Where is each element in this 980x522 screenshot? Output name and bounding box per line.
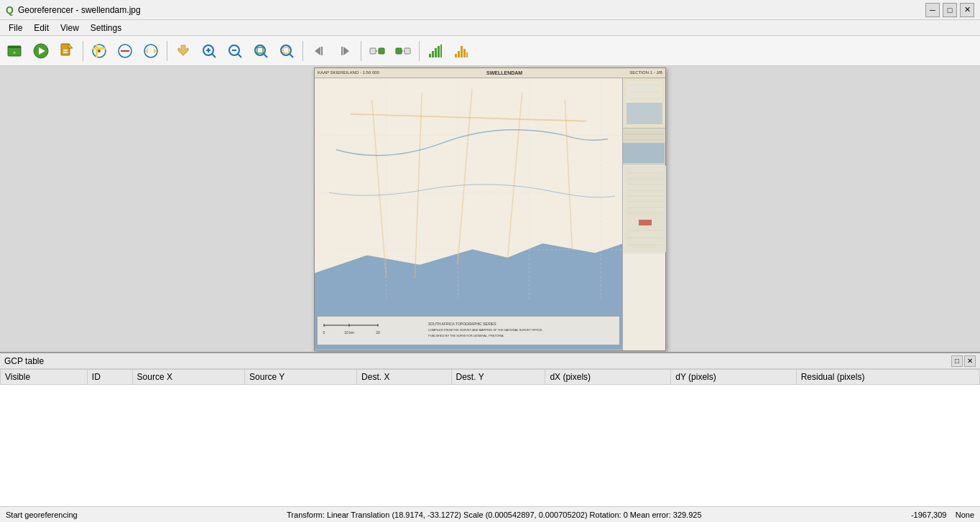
svg-marker-33	[343, 47, 349, 55]
svg-point-25	[255, 45, 265, 55]
svg-rect-50	[466, 52, 468, 57]
svg-marker-31	[315, 47, 320, 55]
map-info-top	[623, 78, 665, 129]
col-dx: dX (pixels)	[545, 370, 671, 385]
col-source-y: Source Y	[245, 370, 357, 385]
gcp-table: Visible ID Source X Source Y Dest. X Des…	[0, 369, 980, 385]
generate-report-button[interactable]	[55, 39, 79, 63]
map-legend: 10 km 0 20 SOUTH AFRICA TOPOGRAPHIC SERI…	[318, 316, 619, 345]
link-geo-button[interactable]	[365, 39, 389, 63]
separator-3	[302, 41, 303, 61]
svg-rect-30	[283, 47, 289, 53]
gcp-table-header: Visible ID Source X Source Y Dest. X Des…	[1, 370, 980, 385]
svg-line-26	[264, 54, 267, 57]
svg-rect-48	[461, 46, 463, 57]
gcp-table-header-row: Visible ID Source X Source Y Dest. X Des…	[1, 370, 980, 385]
svg-line-23	[238, 54, 241, 57]
map-info-mid	[623, 129, 665, 164]
title-bar: Q Georeferencer - swellendam.jpg ─ □ ✕	[0, 0, 980, 20]
app-icon: Q	[6, 4, 14, 16]
close-button[interactable]: ✕	[960, 3, 974, 17]
svg-text:+: +	[13, 50, 16, 55]
map-info-panel	[622, 78, 665, 350]
separator-5	[419, 41, 420, 61]
svg-rect-38	[396, 48, 402, 54]
status-left: Start georeferencing	[6, 511, 78, 519]
svg-text:0: 0	[323, 330, 325, 335]
col-dest-x: Dest. X	[357, 370, 451, 385]
svg-rect-1	[8, 46, 21, 48]
menu-bar: File Edit View Settings	[0, 20, 980, 36]
svg-rect-45	[440, 45, 442, 57]
svg-rect-46	[455, 54, 457, 57]
svg-text:PUBLISHED BY THE SURVEYOR-GENE: PUBLISHED BY THE SURVEYOR-GENERAL, PRETO…	[428, 334, 504, 337]
svg-rect-52	[627, 103, 662, 124]
zoom-to-selection-button[interactable]	[274, 39, 299, 63]
svg-rect-44	[438, 46, 440, 57]
maximize-button[interactable]: □	[943, 3, 957, 17]
add-point-button[interactable]	[87, 39, 111, 63]
zoom-out-button[interactable]	[223, 39, 247, 63]
map-scale-left: KAAP SKIEREILAND - 1:50 000	[318, 70, 379, 75]
map-title-text: SWELLENDAM	[486, 70, 522, 75]
gcp-panel-title: GCP table	[4, 356, 44, 366]
gcp-panel-close-button[interactable]: ✕	[964, 355, 976, 367]
status-crs: None	[956, 511, 974, 519]
move-gcp-button[interactable]	[139, 39, 163, 63]
link-qgis-button[interactable]	[391, 39, 415, 63]
svg-text:COMPILED FROM THE SURVEY AND M: COMPILED FROM THE SURVEY AND MAPPING OF …	[428, 328, 542, 332]
zoom-to-layer-button[interactable]	[249, 39, 273, 63]
menu-view[interactable]: View	[55, 22, 85, 34]
status-right: -1967,309 None	[911, 511, 974, 519]
status-bar: Start georeferencing Transform: Linear T…	[0, 506, 980, 522]
separator-4	[361, 41, 361, 61]
zoom-in-button[interactable]	[197, 39, 221, 63]
col-source-x: Source X	[132, 370, 245, 385]
svg-point-28	[281, 45, 291, 55]
gcp-panel-header: GCP table □ ✕	[0, 353, 980, 369]
menu-edit[interactable]: Edit	[28, 22, 55, 34]
map-canvas[interactable]: KAAP SKIEREILAND - 1:50 000 SWELLENDAM S…	[0, 66, 980, 352]
svg-rect-39	[405, 48, 410, 54]
svg-text:10 km: 10 km	[344, 330, 354, 335]
zoom-last-button[interactable]	[307, 39, 331, 63]
menu-settings[interactable]: Settings	[85, 22, 127, 34]
gcp-panel-controls: □ ✕	[951, 355, 976, 367]
menu-file[interactable]: File	[3, 22, 28, 34]
map-image: KAAP SKIEREILAND - 1:50 000 SWELLENDAM S…	[314, 67, 666, 351]
pan-button[interactable]	[171, 39, 195, 63]
col-id: ID	[87, 370, 132, 385]
svg-line-29	[290, 54, 293, 57]
gcp-table-wrapper[interactable]: Visible ID Source X Source Y Dest. X Des…	[0, 369, 980, 506]
open-raster-button[interactable]: +	[3, 39, 27, 63]
col-dy: dY (pixels)	[671, 370, 796, 385]
col-visible: Visible	[1, 370, 88, 385]
svg-rect-36	[379, 48, 384, 54]
title-bar-left: Q Georeferencer - swellendam.jpg	[6, 4, 141, 16]
zoom-next-button[interactable]	[333, 39, 357, 63]
separator-1	[83, 41, 83, 61]
minimize-button[interactable]: ─	[925, 3, 940, 17]
svg-line-19	[212, 54, 216, 57]
svg-marker-16	[145, 48, 148, 54]
delete-point-button[interactable]	[113, 39, 137, 63]
map-scale-right: SECTION 1 - J/B	[629, 70, 662, 75]
start-georef-button[interactable]	[29, 39, 53, 63]
svg-marker-17	[154, 48, 157, 54]
svg-rect-47	[458, 51, 460, 57]
svg-rect-11	[93, 47, 106, 50]
col-residual: Residual (pixels)	[796, 370, 979, 385]
svg-rect-10	[96, 45, 98, 57]
svg-rect-43	[435, 48, 437, 57]
status-coordinates: -1967,309	[911, 511, 947, 519]
gcp-panel-restore-button[interactable]: □	[951, 355, 963, 367]
svg-rect-41	[429, 54, 431, 57]
svg-point-12	[98, 50, 101, 52]
full-histogram-button[interactable]	[423, 39, 448, 63]
svg-rect-27	[257, 47, 263, 53]
map-header-bar: KAAP SKIEREILAND - 1:50 000 SWELLENDAM S…	[315, 68, 665, 78]
svg-text:20: 20	[376, 330, 380, 335]
local-histogram-button[interactable]	[449, 39, 473, 63]
svg-rect-69	[639, 220, 652, 225]
window-title: Georeferencer - swellendam.jpg	[18, 5, 141, 15]
